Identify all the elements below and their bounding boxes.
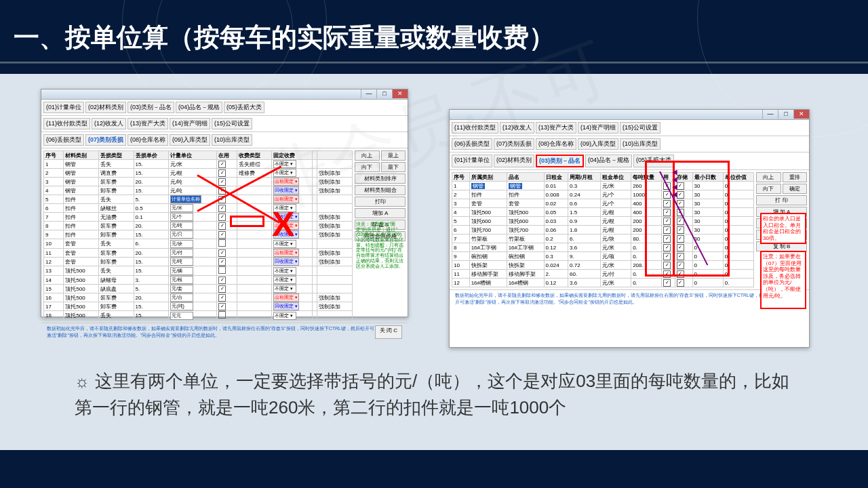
- explanation-note: ☼这里有两个单位，一定要选择带括号的元/（吨），这个是对应03里面的每吨数量的，…: [41, 368, 827, 421]
- slide-title: 一、按单位算（按每车的实际重量或数量收费）: [0, 0, 868, 62]
- tabs-row-2: (06)丢损类型(07)类别丢损(08)仓库名称(09)入库类型(10)出库类型: [450, 136, 809, 152]
- maximize-icon[interactable]: □: [778, 110, 793, 119]
- window-footer: 数据初始化完毕后，请不要随意删除和修改数据，如果确实需要删除无用的数据时，请先用…: [450, 289, 809, 308]
- config-tab[interactable]: (15)公司设置: [620, 122, 660, 134]
- side-button[interactable]: 增加 A: [355, 208, 406, 218]
- config-tab[interactable]: (14)资产明细: [170, 118, 210, 129]
- window-footer: 数据初始化完毕后，请不要随意删除和修改数据，如果确实需要删除无用的数据时，请先用…: [41, 323, 408, 341]
- content-area: —□✕ (01)计量单位(02)材料类别(03)类别－品名(04)品名－规格(0…: [0, 74, 868, 450]
- config-tab[interactable]: (11)收付款类型: [43, 118, 90, 129]
- tabs-row-1: (01)计量单位(02)材料类别(03)类别－品名(04)品名－规格(05)丢赔…: [41, 100, 408, 116]
- close-icon[interactable]: ✕: [392, 89, 408, 98]
- config-tab[interactable]: (11)收付款类型: [452, 122, 498, 134]
- minimize-icon[interactable]: —: [762, 110, 778, 119]
- config-tab[interactable]: (08)仓库名称: [127, 134, 168, 146]
- side-button[interactable]: 材料类别组合: [355, 185, 406, 195]
- config-tab[interactable]: (15)公司设置: [212, 118, 252, 129]
- minimize-icon[interactable]: —: [361, 89, 376, 98]
- footer-hint: 数据初始化完毕后，请不要随意删除和修改数据，如果确实需要删除无用的数据时，请先用…: [47, 325, 375, 339]
- annotation-x: X: [272, 205, 294, 244]
- close-button[interactable]: 关 闭 C: [375, 325, 402, 339]
- annotation-col-box: [645, 161, 675, 277]
- config-tab[interactable]: (14)资产明细: [578, 122, 618, 134]
- tabs-row-1: (11)收付款类型(12)收发人(13)资产大类(14)资产明细(15)公司设置: [450, 120, 809, 136]
- config-tab[interactable]: (07)类别丢损: [85, 134, 126, 146]
- config-tab[interactable]: (10)出库类型: [212, 134, 252, 146]
- config-tab[interactable]: (06)丢损类型: [43, 134, 84, 146]
- config-tab[interactable]: (06)丢损类型: [452, 138, 492, 150]
- config-tab[interactable]: (02)材料类别: [85, 102, 126, 113]
- annotation-callout-1: 租金的录入口是入口租金。单月租金是日租金的30倍。: [760, 213, 806, 244]
- annotation-callout-2: 注意：如果要在（07）里面使用这里的每吨数量涉及，务必选择的单位为元/（吨），不…: [760, 251, 806, 309]
- config-tab[interactable]: (13)资产大类: [127, 118, 168, 129]
- config-tab[interactable]: (03)类别－品名: [536, 155, 584, 167]
- annotation-arrows-purple: ◀◀◀◀: [672, 168, 677, 198]
- maximize-icon[interactable]: □: [376, 89, 392, 98]
- config-tab[interactable]: (05)丢赔大类: [224, 102, 264, 113]
- note-text: 这里有两个单位，一定要选择带括号的元/（吨），这个是对应03里面的每吨数量的，比…: [75, 371, 789, 418]
- side-button[interactable]: 打印: [355, 197, 406, 207]
- side-button[interactable]: 材料类别排序: [355, 174, 406, 184]
- config-tab[interactable]: (07)类别丢损: [494, 138, 534, 150]
- config-tab[interactable]: (09)入库类型: [578, 138, 618, 150]
- config-tab[interactable]: (12)收发人: [500, 122, 534, 134]
- screenshot-1: —□✕ (01)计量单位(02)材料类别(03)类别－品名(04)品名－规格(0…: [41, 89, 408, 317]
- config-tab[interactable]: (08)仓库名称: [536, 138, 576, 150]
- annotation-box: [230, 216, 264, 227]
- config-tab[interactable]: (01)计量单位: [452, 155, 492, 167]
- tabs-row-3: (01)计量单位(02)材料类别(03)类别－品名(04)品名－规格(05)丢赔…: [450, 152, 809, 170]
- tabs-row-3: (06)丢损类型(07)类别丢损(08)仓库名称(09)入库类型(10)出库类型: [41, 132, 408, 148]
- config-tab[interactable]: (10)出库类型: [620, 138, 660, 150]
- sun-icon: ☼: [75, 372, 90, 390]
- screenshot-2: —□✕ (11)收付款类型(12)收发人(13)资产大类(14)资产明细(15)…: [449, 109, 810, 348]
- close-icon[interactable]: ✕: [793, 110, 809, 119]
- config-tab[interactable]: (04)品名－规格: [585, 155, 632, 167]
- side-button[interactable]: 打 印: [756, 195, 807, 205]
- window-titlebar: —□✕: [450, 110, 809, 120]
- config-tab[interactable]: (04)品名－规格: [176, 102, 222, 113]
- annotation-greennote: 注意：类型里以"固定"的意思是：通过"(03)类别-品名"里"(09)中的每吨数…: [356, 222, 405, 268]
- annotation-col-box: [673, 161, 730, 277]
- footer-hint: 数据初始化完毕后，请不要随意删除和修改数据，如果确实需要删除无用的数据时，请先用…: [455, 292, 776, 306]
- config-tab[interactable]: (13)资产大类: [536, 122, 576, 134]
- tabs-row-2: (11)收付款类型(12)收发人(13)资产大类(14)资产明细(15)公司设置: [41, 116, 408, 132]
- config-tab[interactable]: (03)类别－品名: [127, 102, 174, 113]
- config-tab[interactable]: (02)材料类别: [494, 155, 534, 167]
- config-tab[interactable]: (01)计量单位: [43, 102, 84, 113]
- window-titlebar: —□✕: [41, 89, 408, 100]
- config-tab[interactable]: (09)入库类型: [170, 134, 210, 146]
- config-tab[interactable]: (12)收发人: [92, 118, 126, 129]
